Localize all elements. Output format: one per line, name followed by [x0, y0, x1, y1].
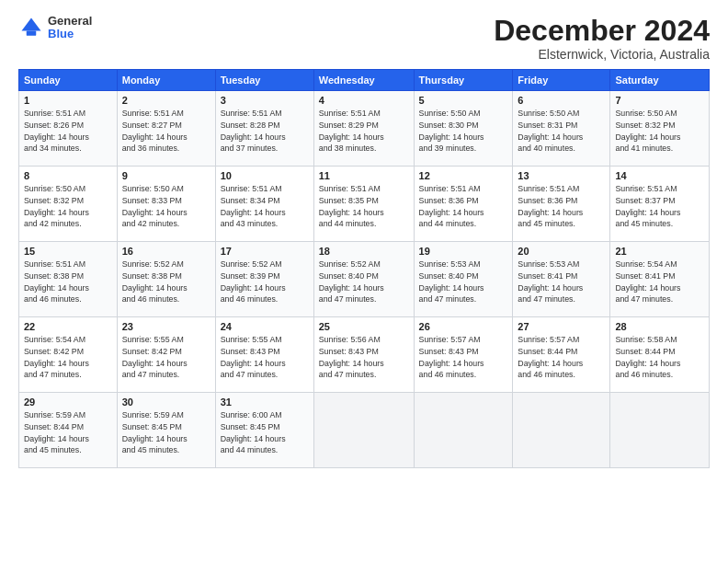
calendar-body: 1Sunrise: 5:51 AM Sunset: 8:26 PM Daylig…	[19, 91, 710, 468]
day-number: 28	[615, 321, 704, 332]
day-number: 16	[122, 246, 210, 257]
day-info: Sunrise: 5:51 AM Sunset: 8:36 PM Dayligh…	[419, 183, 508, 230]
day-info: Sunrise: 5:58 AM Sunset: 8:44 PM Dayligh…	[615, 334, 704, 381]
col-wednesday: Wednesday	[313, 70, 414, 91]
day-number: 14	[615, 170, 704, 181]
day-number: 3	[221, 95, 309, 106]
day-info: Sunrise: 5:51 AM Sunset: 8:28 PM Dayligh…	[221, 108, 309, 155]
day-number: 7	[615, 95, 704, 106]
day-info: Sunrise: 5:57 AM Sunset: 8:43 PM Dayligh…	[419, 334, 508, 381]
day-info: Sunrise: 5:51 AM Sunset: 8:26 PM Dayligh…	[24, 108, 112, 155]
calendar-cell: 12Sunrise: 5:51 AM Sunset: 8:36 PM Dayli…	[414, 167, 513, 242]
calendar-cell: 2Sunrise: 5:51 AM Sunset: 8:27 PM Daylig…	[117, 91, 215, 167]
calendar-week-3: 15Sunrise: 5:51 AM Sunset: 8:38 PM Dayli…	[19, 242, 710, 317]
day-number: 30	[122, 396, 210, 408]
day-number: 8	[24, 170, 112, 181]
calendar-cell: 27Sunrise: 5:57 AM Sunset: 8:44 PM Dayli…	[513, 317, 610, 393]
calendar-cell: 14Sunrise: 5:51 AM Sunset: 8:37 PM Dayli…	[610, 167, 710, 242]
calendar-cell: 23Sunrise: 5:55 AM Sunset: 8:42 PM Dayli…	[117, 317, 215, 393]
day-number: 2	[122, 95, 210, 106]
day-info: Sunrise: 5:59 AM Sunset: 8:44 PM Dayligh…	[24, 409, 112, 456]
col-tuesday: Tuesday	[215, 70, 313, 91]
calendar-week-4: 22Sunrise: 5:54 AM Sunset: 8:42 PM Dayli…	[19, 317, 710, 393]
day-info: Sunrise: 6:00 AM Sunset: 8:45 PM Dayligh…	[221, 409, 309, 456]
day-info: Sunrise: 5:51 AM Sunset: 8:38 PM Dayligh…	[24, 259, 112, 305]
calendar-cell: 26Sunrise: 5:57 AM Sunset: 8:43 PM Dayli…	[414, 317, 513, 393]
calendar-cell: 19Sunrise: 5:53 AM Sunset: 8:40 PM Dayli…	[414, 242, 513, 317]
calendar-week-5: 29Sunrise: 5:59 AM Sunset: 8:44 PM Dayli…	[19, 393, 710, 468]
logo: General Blue	[18, 15, 92, 41]
calendar-cell: 5Sunrise: 5:50 AM Sunset: 8:30 PM Daylig…	[414, 91, 513, 167]
calendar-cell: 6Sunrise: 5:50 AM Sunset: 8:31 PM Daylig…	[513, 91, 610, 167]
day-info: Sunrise: 5:50 AM Sunset: 8:30 PM Dayligh…	[419, 108, 508, 155]
day-number: 21	[615, 246, 704, 257]
day-info: Sunrise: 5:53 AM Sunset: 8:41 PM Dayligh…	[518, 259, 605, 305]
col-saturday: Saturday	[610, 70, 710, 91]
calendar-week-1: 1Sunrise: 5:51 AM Sunset: 8:26 PM Daylig…	[19, 91, 710, 167]
calendar-cell: 17Sunrise: 5:52 AM Sunset: 8:39 PM Dayli…	[215, 242, 313, 317]
day-info: Sunrise: 5:52 AM Sunset: 8:39 PM Dayligh…	[221, 259, 309, 305]
col-friday: Friday	[513, 70, 610, 91]
calendar-cell: 10Sunrise: 5:51 AM Sunset: 8:34 PM Dayli…	[215, 167, 313, 242]
day-info: Sunrise: 5:50 AM Sunset: 8:33 PM Dayligh…	[122, 183, 210, 230]
calendar-cell: 3Sunrise: 5:51 AM Sunset: 8:28 PM Daylig…	[215, 91, 313, 167]
day-number: 10	[221, 170, 309, 181]
day-number: 20	[518, 246, 605, 257]
day-info: Sunrise: 5:56 AM Sunset: 8:43 PM Dayligh…	[319, 334, 409, 381]
calendar-cell: 13Sunrise: 5:51 AM Sunset: 8:36 PM Dayli…	[513, 167, 610, 242]
day-info: Sunrise: 5:52 AM Sunset: 8:38 PM Dayligh…	[122, 259, 210, 305]
day-info: Sunrise: 5:51 AM Sunset: 8:36 PM Dayligh…	[518, 183, 605, 230]
day-number: 29	[24, 396, 112, 408]
calendar-week-2: 8Sunrise: 5:50 AM Sunset: 8:32 PM Daylig…	[19, 167, 710, 242]
calendar-cell	[414, 393, 513, 468]
calendar-cell: 8Sunrise: 5:50 AM Sunset: 8:32 PM Daylig…	[19, 167, 118, 242]
calendar-cell: 18Sunrise: 5:52 AM Sunset: 8:40 PM Dayli…	[313, 242, 414, 317]
day-info: Sunrise: 5:50 AM Sunset: 8:32 PM Dayligh…	[615, 108, 704, 155]
day-info: Sunrise: 5:55 AM Sunset: 8:42 PM Dayligh…	[122, 334, 210, 381]
calendar-cell: 25Sunrise: 5:56 AM Sunset: 8:43 PM Dayli…	[313, 317, 414, 393]
calendar-cell	[610, 393, 710, 468]
calendar-cell: 9Sunrise: 5:50 AM Sunset: 8:33 PM Daylig…	[117, 167, 215, 242]
calendar-cell: 7Sunrise: 5:50 AM Sunset: 8:32 PM Daylig…	[610, 91, 710, 167]
col-monday: Monday	[117, 70, 215, 91]
day-number: 13	[518, 170, 605, 181]
svg-rect-1	[27, 31, 37, 36]
col-thursday: Thursday	[414, 70, 513, 91]
day-info: Sunrise: 5:50 AM Sunset: 8:32 PM Dayligh…	[24, 183, 112, 230]
day-number: 24	[221, 321, 309, 332]
calendar-cell: 31Sunrise: 6:00 AM Sunset: 8:45 PM Dayli…	[215, 393, 313, 468]
day-number: 4	[319, 95, 409, 106]
day-info: Sunrise: 5:53 AM Sunset: 8:40 PM Dayligh…	[419, 259, 508, 305]
calendar-cell: 29Sunrise: 5:59 AM Sunset: 8:44 PM Dayli…	[19, 393, 118, 468]
day-number: 31	[221, 396, 309, 408]
col-sunday: Sunday	[19, 70, 118, 91]
calendar-cell: 20Sunrise: 5:53 AM Sunset: 8:41 PM Dayli…	[513, 242, 610, 317]
day-number: 18	[319, 246, 409, 257]
header-row: Sunday Monday Tuesday Wednesday Thursday…	[19, 70, 710, 91]
calendar-cell: 24Sunrise: 5:55 AM Sunset: 8:43 PM Dayli…	[215, 317, 313, 393]
calendar-cell: 11Sunrise: 5:51 AM Sunset: 8:35 PM Dayli…	[313, 167, 414, 242]
day-number: 19	[419, 246, 508, 257]
day-info: Sunrise: 5:51 AM Sunset: 8:37 PM Dayligh…	[615, 183, 704, 230]
day-info: Sunrise: 5:51 AM Sunset: 8:34 PM Dayligh…	[221, 183, 309, 230]
day-info: Sunrise: 5:59 AM Sunset: 8:45 PM Dayligh…	[122, 409, 210, 456]
day-number: 12	[419, 170, 508, 181]
day-number: 11	[319, 170, 409, 181]
day-info: Sunrise: 5:51 AM Sunset: 8:27 PM Dayligh…	[122, 108, 210, 155]
day-number: 27	[518, 321, 605, 332]
day-info: Sunrise: 5:57 AM Sunset: 8:44 PM Dayligh…	[518, 334, 605, 381]
header: General Blue December 2024 Elsternwick, …	[18, 15, 710, 62]
day-number: 6	[518, 95, 605, 106]
day-number: 5	[419, 95, 508, 106]
svg-marker-0	[22, 18, 41, 31]
calendar-cell: 4Sunrise: 5:51 AM Sunset: 8:29 PM Daylig…	[313, 91, 414, 167]
logo-text: General Blue	[48, 15, 92, 41]
calendar-cell: 22Sunrise: 5:54 AM Sunset: 8:42 PM Dayli…	[19, 317, 118, 393]
calendar-cell	[313, 393, 414, 468]
calendar-cell	[513, 393, 610, 468]
calendar-cell: 21Sunrise: 5:54 AM Sunset: 8:41 PM Dayli…	[610, 242, 710, 317]
day-info: Sunrise: 5:55 AM Sunset: 8:43 PM Dayligh…	[221, 334, 309, 381]
title-block: December 2024 Elsternwick, Victoria, Aus…	[494, 15, 710, 62]
day-info: Sunrise: 5:51 AM Sunset: 8:35 PM Dayligh…	[319, 183, 409, 230]
logo-general: General	[48, 14, 92, 28]
